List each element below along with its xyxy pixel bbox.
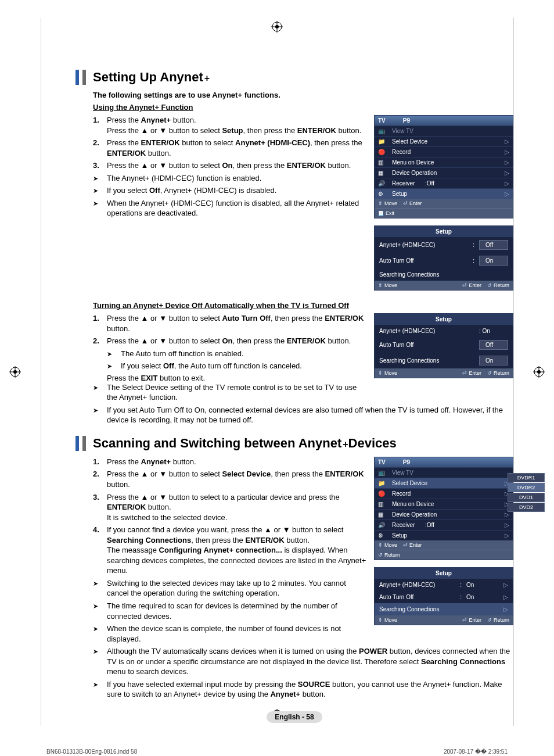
- arrow-icon: [93, 646, 107, 677]
- osd-setup-panel: Setup Anynet+ (HDMI-CEC): On Auto Turn O…: [374, 313, 513, 378]
- note-text: Although the TV automatically scans devi…: [107, 646, 513, 677]
- osd-row-menu-device: ▥Menu on Device: [375, 499, 513, 509]
- exit-icon: [378, 210, 384, 216]
- chevron-right-icon: [505, 180, 509, 187]
- enter-icon: [462, 617, 467, 623]
- note-text: The Auto turn off function is enabled.: [121, 349, 244, 359]
- osd-pair-searching: Searching Connections: [375, 268, 513, 281]
- heading-text: Scanning and Switching between Anynet: [93, 436, 341, 451]
- osd-pair-anynet: Anynet+ (HDMI-CEC):On: [375, 579, 513, 591]
- note-text: If you set Auto Turn Off to On, connecte…: [107, 405, 513, 425]
- chevron-right-icon: [505, 138, 509, 145]
- osd-row-record: 🔴Record: [375, 146, 513, 157]
- arrow-icon: [107, 361, 121, 371]
- enter-icon: [462, 282, 467, 288]
- osd-row-record: 🔴Record: [375, 488, 513, 499]
- step-text: Press the Anynet+ button.: [107, 457, 196, 467]
- arrow-icon: [93, 198, 107, 218]
- arrow-icon: [93, 601, 107, 621]
- note-text: The Anynet+ (HDMI-CEC) function is enabl…: [107, 173, 261, 184]
- osd-row-menu-device: ▥Menu on Device: [375, 157, 513, 167]
- osd-row-select-device: 📁Select Device: [375, 136, 513, 146]
- chevron-right-icon: [505, 191, 509, 197]
- gear-icon: ⚙: [378, 532, 388, 539]
- osd-row-setup: ⚙Setup: [375, 188, 513, 199]
- record-icon: 🔴: [378, 149, 388, 155]
- step-text: Press the ▲ or ▼ button to select Select…: [107, 469, 367, 489]
- menu-icon: ▥: [378, 159, 388, 166]
- note-text: The time required to scan for devices is…: [107, 601, 367, 621]
- step-text: Press the ▲ or ▼ button to select On, th…: [107, 336, 351, 346]
- osd-row-receiver: 🔊Receiver :Off: [375, 178, 513, 188]
- record-icon: 🔴: [378, 490, 388, 497]
- osd-pair-autooff: Auto Turn OffOff: [375, 337, 513, 353]
- note-text: Press the EXIT button to exit.: [93, 374, 367, 382]
- chevron-right-icon: [505, 532, 509, 539]
- heading-plus: +: [343, 439, 348, 450]
- note-text: If you select Off, the Auto turn off fun…: [121, 361, 302, 371]
- return-icon: [378, 552, 383, 558]
- osd-pair-autooff: Auto Turn Off:On: [375, 591, 513, 603]
- device-icon: 📁: [378, 480, 388, 486]
- arrow-icon: [93, 173, 107, 184]
- enter-icon: [462, 370, 467, 376]
- updown-icon: [378, 282, 383, 288]
- note-text: When the Anynet+ (HDMI-CEC) function is …: [107, 198, 367, 218]
- chevron-right-icon: [505, 522, 509, 528]
- note-text: Switching to the selected devices may ta…: [107, 578, 367, 599]
- osd-row-view-tv: 📺View TV: [375, 467, 513, 478]
- doc-footer: BN68-01313B-00Eng-0816.indd 58 2007-08-1…: [0, 746, 554, 756]
- device-icon: 📁: [378, 138, 388, 145]
- return-icon: [487, 370, 492, 376]
- tv-icon: 📺: [378, 128, 388, 134]
- osd-row-device-op: ▦Device Operation: [375, 509, 513, 519]
- step-text: Press the ▲ or ▼ button to select Auto T…: [107, 313, 367, 334]
- heading-text: Setting Up Anynet: [93, 70, 203, 85]
- heading-plus: +: [204, 73, 210, 84]
- chevron-right-icon: [505, 170, 509, 176]
- subheading: Turning an Anynet+ Device Off Automatica…: [93, 301, 513, 310]
- osd-pair-anynet: Anynet+ (HDMI-CEC):Off: [375, 237, 513, 253]
- chevron-right-icon: [503, 606, 508, 612]
- osd-row-select-device: 📁Select Device: [375, 478, 513, 488]
- osd-device-list: DVDR1 DVDR2 DVD1 DVD2: [508, 473, 545, 513]
- step-text: Press the ENTER/OK button to select Anyn…: [107, 138, 367, 158]
- note-text: The Select Device setting of the TV remo…: [107, 382, 367, 403]
- menu-icon: ▥: [378, 501, 388, 507]
- enter-icon: [403, 542, 408, 548]
- arrow-icon: [93, 679, 107, 700]
- osd-setup-panel: Setup Anynet+ (HDMI-CEC):On Auto Turn Of…: [374, 567, 513, 625]
- step-text: Press the ▲ or ▼ button to select to a p…: [107, 492, 367, 523]
- osd-pair-anynet: Anynet+ (HDMI-CEC): On: [375, 325, 513, 337]
- return-icon: [487, 282, 492, 288]
- receiver-icon: 🔊: [378, 522, 388, 528]
- enter-icon: [403, 200, 408, 206]
- osd-row-device-op: ▦Device Operation: [375, 167, 513, 178]
- arrow-icon: [93, 405, 107, 425]
- updown-icon: [378, 370, 383, 376]
- step-text: If you cannot find a device you want, pr…: [107, 525, 367, 576]
- subheading: Using the Anynet+ Function: [93, 103, 513, 112]
- updown-icon: [378, 200, 383, 206]
- arrow-icon: [93, 382, 107, 403]
- note-text: If you have selected external input mode…: [107, 679, 513, 700]
- osd-pair-searching: Searching Connections: [375, 603, 513, 615]
- updown-icon: [378, 617, 383, 623]
- arrow-icon: [93, 185, 107, 196]
- receiver-icon: 🔊: [378, 180, 388, 187]
- section-title: Setting Up Anynet+: [75, 70, 513, 85]
- osd-row-receiver: 🔊Receiver :Off: [375, 519, 513, 530]
- heading-text: Devices: [348, 436, 397, 451]
- note-text: When the device scan is complete, the nu…: [107, 624, 367, 644]
- operation-icon: ▦: [378, 170, 388, 176]
- osd-pair-searching: Searching ConnectionsOn: [375, 353, 513, 368]
- step-text: Press the Anynet+ button.Press the ▲ or …: [107, 115, 361, 135]
- gear-icon: ⚙: [378, 191, 388, 197]
- osd-anynet-menu: TVP9 📺View TV 📁Select Device 🔴Record ▥Me…: [374, 115, 513, 218]
- chevron-right-icon: [503, 582, 508, 588]
- section-title: Scanning and Switching between Anynet+ D…: [75, 436, 513, 451]
- operation-icon: ▦: [378, 511, 388, 518]
- chevron-right-icon: [505, 149, 509, 155]
- note-text: If you select Off, Anynet+ (HDMI-CEC) is…: [107, 185, 276, 196]
- chevron-right-icon: [503, 594, 508, 600]
